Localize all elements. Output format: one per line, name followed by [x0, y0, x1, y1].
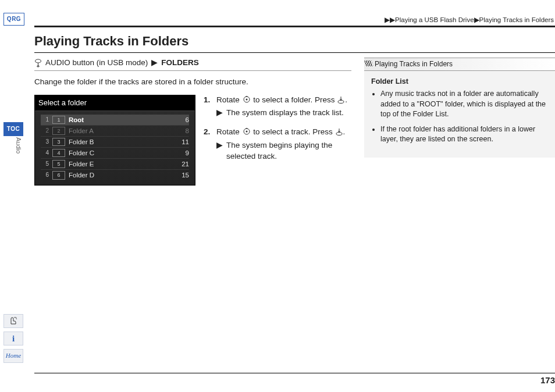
step-text: Rotate to select a folder. Press . [216, 95, 347, 106]
folder-row-index: 5 [41, 160, 49, 168]
audio-section-label: Audio [14, 137, 23, 154]
folder-icon: 3 [52, 138, 65, 147]
folder-row-index: 3 [41, 138, 49, 146]
side-panel-bullet: If the root folder has additional folder… [380, 124, 548, 145]
breadcrumb-part-2[interactable]: Playing Tracks in Folders [479, 16, 554, 23]
folder-row: 55Folder E21 [41, 159, 189, 170]
folder-icon: 5 [52, 160, 65, 169]
toc-tab[interactable]: TOC [3, 122, 23, 136]
svg-point-3 [246, 98, 247, 100]
breadcrumb: ▶▶Playing a USB Flash Drive▶Playing Trac… [34, 15, 555, 24]
folder-track-count: 15 [175, 170, 189, 180]
page-number: 173 [540, 374, 555, 386]
folder-name: Folder D [69, 170, 172, 180]
folder-track-count: 6 [175, 115, 189, 124]
intro-text: Change the folder if the tracks are stor… [34, 77, 351, 88]
folder-name: Root [69, 115, 172, 124]
bottom-rule [34, 373, 555, 373]
folder-icon: 1 [52, 116, 65, 124]
breadcrumb-arrow-icon: ▶ [474, 16, 479, 23]
step-number: 1. [204, 95, 213, 119]
hand-pointer-icon [9, 317, 18, 325]
command-rule [34, 70, 351, 71]
left-column: AUDIO button (in USB mode) ▶ FOLDERS Cha… [34, 58, 351, 186]
screenshot-title: Select a folder [35, 95, 195, 111]
folder-row-index: 6 [41, 171, 49, 179]
steps: 1.Rotate to select a folder. Press .▶The… [204, 95, 351, 186]
step: 2.Rotate to select a track. Press .▶The … [204, 127, 351, 162]
side-panel-bullet: Any music tracks not in a folder are aut… [380, 89, 548, 120]
folder-name: Folder B [69, 137, 172, 147]
svg-point-0 [35, 59, 41, 63]
folder-row: 44Folder C9 [41, 148, 189, 159]
svg-point-7 [336, 133, 342, 136]
audio-button-icon [34, 59, 42, 67]
page-title: Playing Tracks in Folders [34, 33, 555, 51]
voice-command-tab[interactable] [3, 314, 23, 328]
folder-row: 11Root6 [41, 115, 189, 126]
rotate-selector-icon [242, 95, 251, 104]
folder-icon: 4 [52, 149, 65, 158]
step-result: The system displays the track list. [226, 108, 344, 119]
folder-row: 33Folder B11 [41, 137, 189, 148]
folder-row: 66Folder D15 [41, 170, 189, 180]
command-path: AUDIO button (in USB mode) ▶ FOLDERS [34, 58, 351, 69]
folder-track-count: 11 [175, 137, 189, 147]
folder-icon: 2 [52, 127, 65, 136]
folder-icon: 6 [52, 171, 65, 180]
folder-track-count: 8 [175, 126, 189, 136]
rotate-selector-icon [242, 127, 251, 136]
folder-name: Folder E [69, 159, 172, 169]
breadcrumb-arrows-icon: ▶▶ [385, 16, 395, 23]
step-number: 2. [204, 127, 213, 162]
breadcrumb-part-1[interactable]: Playing a USB Flash Drive [395, 16, 474, 23]
folder-name: Folder C [69, 148, 172, 158]
main-content: Playing Tracks in Folders AUDIO button (… [34, 33, 555, 186]
folder-row-index: 4 [41, 149, 49, 157]
right-column: Playing Tracks in Folders Folder List An… [364, 58, 555, 158]
svg-point-4 [338, 100, 344, 103]
qrg-tab[interactable]: QRG [3, 13, 24, 26]
folders-command: FOLDERS [161, 58, 199, 69]
info-tab[interactable]: i [3, 332, 23, 345]
top-rule-thin [34, 27, 555, 27]
folder-track-count: 9 [175, 148, 189, 158]
step-text: Rotate to select a track. Press . [216, 127, 351, 138]
folder-name: Folder A [69, 126, 172, 136]
side-panel: Folder List Any music tracks not in a fo… [364, 71, 555, 158]
folder-track-count: 21 [175, 159, 189, 169]
step: 1.Rotate to select a folder. Press .▶The… [204, 95, 351, 119]
press-selector-icon [337, 96, 345, 104]
folder-row-index: 2 [41, 127, 49, 135]
side-panel-heading: Playing Tracks in Folders [364, 58, 555, 71]
side-panel-title: Folder List [371, 77, 548, 87]
result-arrow-icon: ▶ [216, 108, 223, 119]
folder-row: 22Folder A8 [41, 126, 189, 137]
svg-point-6 [246, 131, 247, 133]
title-rule [34, 52, 555, 53]
chevron-right-icon: ▶ [151, 58, 158, 69]
home-tab[interactable]: Home [3, 349, 23, 363]
press-selector-icon [335, 128, 343, 136]
device-screenshot: Select a folder 11Root622Folder A833Fold… [34, 95, 195, 186]
result-arrow-icon: ▶ [216, 140, 223, 162]
folder-row-index: 1 [41, 116, 49, 124]
side-tabs: QRG TOC Audio i Home [0, 0, 28, 386]
command-prefix: AUDIO button (in USB mode) [45, 58, 148, 69]
step-result: The system begins playing the selected t… [226, 140, 351, 162]
